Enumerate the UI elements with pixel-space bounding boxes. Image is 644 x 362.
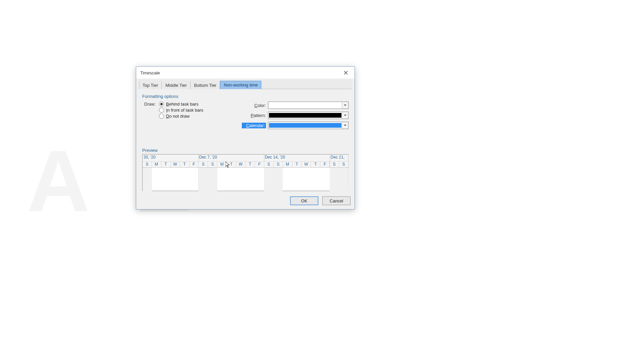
preview-day: M	[283, 161, 292, 167]
calendar-combobox[interactable]	[268, 122, 348, 129]
close-button[interactable]	[340, 68, 352, 77]
preview-day: T	[246, 161, 255, 167]
preview-day: M	[217, 161, 227, 167]
preview-week-label: 30, '20	[144, 155, 156, 160]
chevron-down-icon	[342, 102, 348, 109]
preview-week-label: Dec 7, '20	[199, 155, 217, 160]
preview-day: S	[199, 161, 208, 167]
preview-day: F	[320, 161, 330, 167]
radio-front[interactable]: In front of task bars	[159, 108, 203, 113]
svg-marker-3	[344, 115, 346, 116]
preview-day: S	[274, 161, 283, 167]
preview-day: M	[152, 161, 161, 167]
color-swatch	[269, 103, 341, 108]
pattern-combobox[interactable]	[268, 112, 348, 119]
pattern-swatch	[269, 113, 341, 118]
preview-nonworking-shade	[143, 168, 152, 191]
preview-day: F	[255, 161, 264, 167]
timescale-preview: 30, '20Dec 7, '20Dec 14, '20Dec 21,SMTWT…	[142, 154, 348, 191]
radio-behind[interactable]: Behind task bars	[159, 102, 203, 107]
svg-marker-2	[344, 105, 346, 106]
preview-week-divider	[198, 168, 199, 191]
preview-body	[143, 168, 348, 191]
dialog-panel: Formatting options Draw: Behind task bar…	[136, 89, 355, 194]
color-label: Color:	[242, 103, 266, 108]
timescale-dialog: Timescale Top TierMiddle TierBottom Tier…	[136, 66, 355, 209]
preview-header: 30, '20Dec 7, '20Dec 14, '20Dec 21,SMTWT…	[143, 155, 348, 168]
draw-radio-group: Behind task barsIn front of task barsDo …	[159, 102, 203, 119]
preview-day: S	[339, 161, 348, 167]
tab-bottom-tier[interactable]: Bottom Tier	[191, 81, 220, 89]
preview-day: T	[227, 161, 236, 167]
preview-week-label: Dec 21,	[331, 155, 344, 160]
preview-nonworking-shade	[330, 168, 348, 191]
preview-nonworking-shade	[199, 168, 217, 191]
ok-button[interactable]: OK	[290, 196, 318, 205]
calendar-swatch	[269, 123, 341, 128]
tab-top-tier[interactable]: Top Tier	[139, 81, 162, 89]
preview-day: S	[330, 161, 339, 167]
calendar-label: Calendar:	[242, 123, 266, 128]
preview-day-row: SMTWTFSSMTWTFSSMTWTFSS	[143, 161, 348, 167]
preview-day: S	[264, 161, 274, 167]
radio-label: Behind task bars	[166, 102, 199, 107]
chevron-down-icon	[342, 112, 348, 119]
preview-day: S	[208, 161, 217, 167]
preview-day: T	[161, 161, 171, 167]
color-combobox[interactable]	[268, 102, 348, 109]
radio-icon	[159, 114, 164, 119]
options-row: Draw: Behind task barsIn front of task b…	[142, 102, 348, 129]
preview-day: S	[143, 161, 152, 167]
dropdown-grid: Color: Pattern: Calendar:	[242, 102, 348, 129]
preview-week-label: Dec 14, '20	[265, 155, 285, 160]
formatting-options-heading: Formatting options	[142, 94, 348, 99]
titlebar: Timescale	[136, 67, 355, 79]
tab-middle-tier[interactable]: Middle Tier	[162, 81, 191, 89]
chevron-down-icon	[342, 122, 348, 129]
draw-label: Draw:	[142, 102, 156, 119]
cancel-button[interactable]: Cancel	[322, 196, 351, 205]
preview-day: T	[311, 161, 320, 167]
radio-icon	[159, 102, 164, 107]
preview-day: T	[180, 161, 190, 167]
preview-day: W	[171, 161, 180, 167]
radio-icon	[159, 108, 164, 113]
radio-none[interactable]: Do not draw	[159, 114, 203, 119]
radio-label: In front of task bars	[166, 108, 203, 113]
dialog-title: Timescale	[140, 70, 160, 75]
preview-day: W	[236, 161, 246, 167]
preview-week-divider	[348, 168, 348, 191]
preview-heading: Preview	[142, 148, 348, 153]
dialog-buttons: OK Cancel	[136, 194, 355, 209]
tab-non-working-time[interactable]: Non-working time	[220, 81, 261, 89]
preview-day: T	[292, 161, 302, 167]
preview-nonworking-shade	[264, 168, 283, 191]
pattern-label: Pattern:	[242, 113, 266, 118]
tab-strip: Top TierMiddle TierBottom TierNon-workin…	[139, 80, 352, 89]
svg-marker-4	[344, 125, 346, 126]
close-icon	[344, 71, 348, 75]
radio-label: Do not draw	[166, 114, 190, 119]
preview-day: F	[190, 161, 199, 167]
draw-column: Draw: Behind task barsIn front of task b…	[142, 102, 203, 119]
preview-day: W	[302, 161, 311, 167]
